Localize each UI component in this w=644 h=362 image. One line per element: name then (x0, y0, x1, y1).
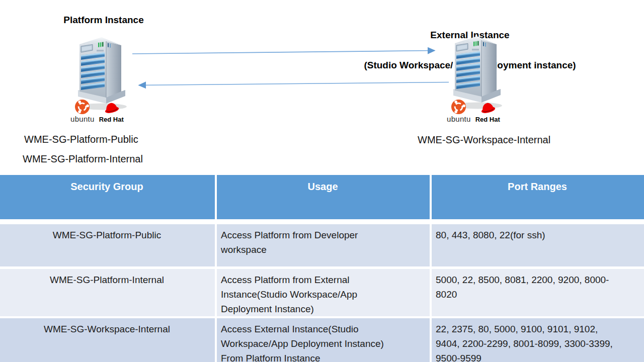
arrow-platform-to-external (132, 51, 435, 54)
column-header-port-ranges: Port Ranges (430, 175, 644, 219)
arrow-external-to-platform (139, 82, 449, 85)
ubuntu-logo: ubuntu (70, 100, 95, 123)
row2-usage: Access Platform from External Instance(S… (215, 266, 430, 316)
redhat-label: Red Hat (475, 116, 500, 123)
external-os-logos: ubuntu Red Hat (447, 100, 500, 123)
column-header-usage: Usage (215, 175, 430, 219)
redhat-fedora-icon (479, 101, 496, 115)
ubuntu-label: ubuntu (70, 115, 95, 123)
row2-security-group: WME-SG-Platform-Internal (0, 266, 215, 316)
row3-security-group: WME-SG-Workspace-Internal (0, 316, 215, 362)
row1-port-ranges: 80, 443, 8080, 22(for ssh) (430, 219, 644, 266)
ubuntu-icon (75, 100, 90, 114)
row1-security-group: WME-SG-Platform-Public (0, 219, 215, 266)
architecture-slide: Platform Instance External Instance (Stu… (0, 0, 644, 362)
external-server-icon (451, 34, 503, 110)
security-groups-table: Security Group Usage Port Ranges WME-SG-… (0, 175, 644, 362)
ubuntu-icon (451, 100, 466, 114)
label-platform-internal-sg: WME-SG-Platform-Internal (23, 153, 143, 165)
row1-usage: Access Platform from Developer workspace (215, 219, 430, 266)
row2-port-ranges: 5000, 22, 8500, 8081, 2200, 9200, 8000- … (430, 266, 644, 316)
platform-os-logos: ubuntu Red Hat (70, 100, 124, 123)
column-header-security-group: Security Group (0, 175, 215, 219)
redhat-logo: Red Hat (475, 101, 500, 123)
label-platform-public-sg: WME-SG-Platform-Public (24, 134, 138, 145)
label-workspace-internal-sg: WME-SG-Workspace-Internal (418, 134, 550, 146)
redhat-label: Red Hat (99, 116, 124, 123)
ubuntu-label: ubuntu (447, 115, 471, 123)
ubuntu-logo: ubuntu (447, 100, 471, 123)
instance-diagram: Platform Instance External Instance (Stu… (0, 0, 644, 175)
row3-port-ranges: 22, 2375, 80, 5000, 9100, 9101, 9102, 94… (430, 316, 644, 362)
redhat-fedora-icon (103, 101, 120, 115)
row3-usage: Access External Instance(Studio Workspac… (215, 316, 430, 362)
redhat-logo: Red Hat (99, 101, 124, 123)
